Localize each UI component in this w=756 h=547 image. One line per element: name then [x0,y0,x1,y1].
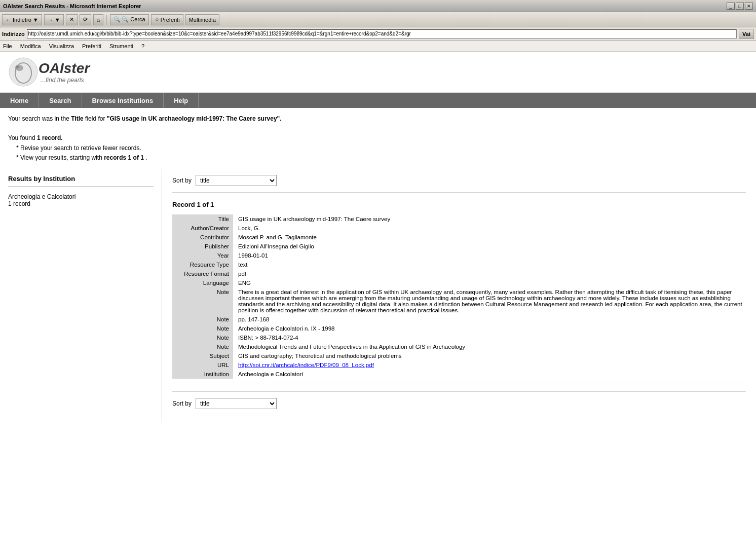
field-value: 1998-01-01 [233,251,746,260]
field-value: Archeologia e Calcolatori n. IX - 1998 [233,324,746,333]
nav-bar: Home Search Browse Institutions Help [0,93,756,108]
results-divider-top [172,192,746,193]
nav-home[interactable]: Home [0,93,39,108]
stop-button[interactable]: ✕ [66,14,78,25]
field-label: Title [172,214,233,224]
back-button[interactable]: ← Indietro ▼ [2,14,42,25]
search-button[interactable]: 🔍 🔍 Cerca [110,14,148,25]
sort-select-top[interactable]: title author date [196,175,277,186]
table-row: NoteThere is a great deal of interest in… [172,287,746,315]
logo-container: OAIster ...find the pearls [8,57,748,87]
oaister-logo: OAIster ...find the pearls [8,57,90,87]
field-label: Author/Creator [172,224,233,233]
sidebar-divider [8,187,154,187]
search-bullet1: * Revise your search to retrieve fewer r… [16,143,748,153]
maximize-button[interactable]: □ [736,3,744,10]
address-label: Indirizzo [2,31,25,37]
institution-count: 1 record [8,200,154,207]
nav-browse-institutions[interactable]: Browse Institutions [82,93,164,108]
record-header: Record 1 of 1 [172,201,746,208]
logo-tagline: ...find the pearls [41,77,90,84]
nav-search[interactable]: Search [39,93,82,108]
search-description: Your search was in the Title field for "… [8,114,748,124]
field-value: Edizioni All'Insegna del Giglio [233,242,746,251]
forward-button[interactable]: → ▼ [44,14,64,25]
sidebar-title: Results by Institution [8,175,154,183]
favorites-button[interactable]: ☆ Preferiti [151,14,183,25]
address-input[interactable] [27,29,737,39]
field-label: Resource Format [172,269,233,278]
field-value[interactable]: http://soi.cnr.it/archcalc/indice/PDF9/0… [233,360,746,370]
table-row: SubjectGIS and cartography; Theoretical … [172,351,746,360]
home-button[interactable]: ⌂ [93,14,104,25]
field-label: Note [172,333,233,342]
svg-point-3 [16,65,19,68]
field-value: text [233,260,746,269]
field-value: Lock, G. [233,224,746,233]
results-area: Sort by title author date Record 1 of 1 … [162,169,756,421]
search-info: Your search was in the Title field for "… [0,108,756,169]
field-value: ISBN: > 88-7814-072-4 [233,333,746,342]
close-button[interactable]: ✕ [745,3,753,10]
field-value: Archeologia e Calcolatori [233,370,746,379]
logo-text-container: OAIster ...find the pearls [39,60,90,84]
go-button[interactable]: Vai [739,29,754,39]
sort-bar-bottom: Sort by title author date [172,391,746,409]
field-label: Language [172,278,233,287]
table-row: NoteISBN: > 88-7814-072-4 [172,333,746,342]
search-field-name: Title [71,115,83,122]
field-label: Contributor [172,233,233,242]
nav-help[interactable]: Help [164,93,199,108]
minimize-button[interactable]: _ [727,3,735,10]
table-row: Resource Typetext [172,260,746,269]
field-value: GIS usage in UK archaeology mid-1997: Th… [233,214,746,224]
menu-favorites[interactable]: Preferiti [82,43,101,49]
menu-help[interactable]: ? [141,43,144,49]
search-count-line: You found 1 record. [8,133,748,143]
sidebar: Results by Institution Archeologia e Cal… [0,169,162,421]
search-query: "GIS usage in UK archaeology mid-1997: T… [107,115,282,122]
field-label: Note [172,287,233,315]
menu-tools[interactable]: Strumenti [109,43,133,49]
table-row: Resource Formatpdf [172,269,746,278]
search-count-prefix: You found [8,134,37,141]
search-desc-mid: field for [85,115,107,122]
svg-point-0 [9,58,37,86]
results-divider-bottom [172,383,746,383]
sort-bar-top: Sort by title author date [172,175,746,186]
menu-edit[interactable]: Modifica [20,43,41,49]
menu-file[interactable]: File [3,43,12,49]
menu-bar: File Modifica Visualizza Preferiti Strum… [0,41,756,52]
refresh-button[interactable]: ⟳ [80,14,91,25]
multimedia-button[interactable]: Multimedia [185,14,219,25]
sort-label-top: Sort by [172,177,192,184]
menu-view[interactable]: Visualizza [49,43,74,49]
search-desc-prefix: Your search was in the [8,115,71,122]
browser-toolbar: ← Indietro ▼ → ▼ ✕ ⟳ ⌂ 🔍 🔍 Cerca ☆ Prefe… [0,12,756,27]
table-row: Notepp. 147-168 [172,315,746,324]
table-row: ContributorMoscati P. and G. Tagliamonte [172,233,746,242]
field-label: URL [172,360,233,370]
field-label: Note [172,315,233,324]
table-row: NoteArcheologia e Calcolatori n. IX - 19… [172,324,746,333]
table-row: Author/CreatorLock, G. [172,224,746,233]
field-label: Note [172,342,233,351]
sort-select-bottom[interactable]: title author date [196,398,277,409]
toolbar-separator [106,15,107,25]
logo-icon [8,57,39,87]
main-content: Results by Institution Archeologia e Cal… [0,169,756,421]
logo-area: OAIster ...find the pearls [0,52,756,93]
page-content: OAIster ...find the pearls Home Search B… [0,52,756,421]
table-row: TitleGIS usage in UK archaeology mid-199… [172,214,746,224]
field-value: pdf [233,269,746,278]
sort-label-bottom: Sort by [172,400,192,407]
window-controls: _ □ ✕ [727,3,753,10]
field-label: Note [172,324,233,333]
field-label: Subject [172,351,233,360]
field-value: pp. 147-168 [233,315,746,324]
institution-name[interactable]: Archeologia e Calcolatori [8,193,154,200]
browser-title: OAIster Search Results - Microsoft Inter… [3,3,141,9]
record-table: TitleGIS usage in UK archaeology mid-199… [172,214,746,379]
table-row: InstitutionArcheologia e Calcolatori [172,370,746,379]
field-value: ENG [233,278,746,287]
